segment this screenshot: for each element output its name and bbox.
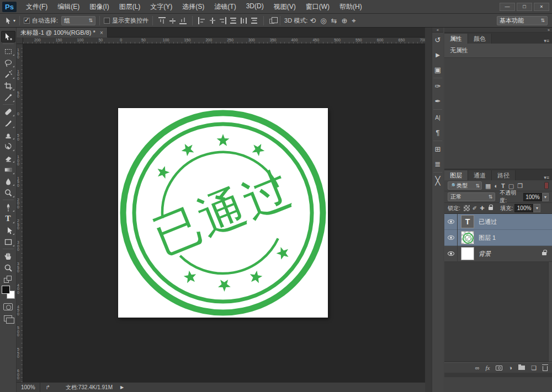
align-right-edges-icon[interactable] xyxy=(219,17,226,24)
filter-smart-objects-icon[interactable]: ❐ xyxy=(517,182,523,189)
dodge-tool[interactable] xyxy=(1,187,15,198)
tab-color[interactable]: 颜色 xyxy=(468,34,492,44)
blur-tool[interactable] xyxy=(1,175,15,187)
eraser-tool[interactable] xyxy=(1,152,15,164)
3d-pan-icon[interactable]: ⇆ xyxy=(331,17,337,24)
type-tool[interactable]: T xyxy=(1,213,15,224)
character-panel-icon[interactable]: A| xyxy=(432,110,443,125)
close-button[interactable]: × xyxy=(534,3,549,11)
menubar-item-7[interactable]: 滤镜(T) xyxy=(209,2,241,12)
lock-transparency-icon[interactable] xyxy=(464,205,470,211)
brush-tool[interactable] xyxy=(1,117,15,129)
3d-scale-icon[interactable]: ⌖ xyxy=(352,17,355,24)
visibility-cell[interactable] xyxy=(444,214,458,230)
auto-align-layers-icon[interactable] xyxy=(269,19,274,24)
menubar-item-11[interactable]: 帮助(H) xyxy=(335,2,367,12)
menubar-item-1[interactable]: 文件(F) xyxy=(21,2,52,12)
tool-preset-picker[interactable]: ▾ xyxy=(4,17,15,24)
fill-value[interactable]: 100% xyxy=(514,204,533,212)
actions-panel-icon[interactable]: ▶ xyxy=(432,47,443,62)
brush-presets-panel-icon[interactable]: ✒ xyxy=(432,94,443,109)
image-layer-thumbnail[interactable] xyxy=(461,231,474,244)
layer-name[interactable]: 图层 1 xyxy=(479,234,552,242)
paragraph-styles-panel-icon[interactable]: ≣ xyxy=(432,157,443,171)
crop-tool[interactable] xyxy=(1,80,15,92)
minimize-button[interactable]: — xyxy=(500,3,515,11)
zoom-level-field[interactable]: 100% xyxy=(17,383,40,392)
3d-slide-icon[interactable]: ⊕ xyxy=(341,17,347,24)
dock-collapse-icon[interactable]: « xyxy=(432,28,443,33)
menubar-item-3[interactable]: 图像(I) xyxy=(84,2,114,12)
filter-type-dropdown[interactable]: 🔎 类型 ⇅ xyxy=(448,181,482,190)
tool-presets-panel-icon[interactable]: ╳ xyxy=(432,173,443,188)
layer-row-text[interactable]: T 已通过 xyxy=(444,214,552,230)
panel-menu-icon[interactable]: ▾≡ xyxy=(544,38,549,44)
menubar-item-9[interactable]: 视图(V) xyxy=(269,2,301,12)
swap-colors-icon[interactable] xyxy=(4,276,13,282)
clone-stamp-tool[interactable] xyxy=(1,129,15,141)
tab-paths[interactable]: 路径 xyxy=(492,170,516,180)
text-layer-thumbnail[interactable]: T xyxy=(461,215,474,228)
layer-row-image[interactable]: 图层 1 xyxy=(444,230,552,246)
path-selection-tool[interactable] xyxy=(1,224,15,236)
tab-properties[interactable]: 属性 xyxy=(444,34,468,44)
align-top-edges-icon[interactable] xyxy=(158,17,166,24)
distribute-top-edges-icon[interactable] xyxy=(230,17,237,24)
dock-expand-icon[interactable]: » xyxy=(444,28,552,33)
filter-type-layers-icon[interactable]: T xyxy=(501,182,505,189)
tab-layers[interactable]: 图层 xyxy=(444,170,468,180)
blend-mode-dropdown[interactable]: 正常 ⇅ xyxy=(448,192,495,201)
3d-roll-icon[interactable]: ◎ xyxy=(320,17,326,24)
spot-healing-brush-tool[interactable] xyxy=(1,106,15,117)
opacity-dropdown-button[interactable]: ▼ xyxy=(542,193,549,201)
menubar-item-4[interactable]: 图层(L) xyxy=(114,2,146,12)
quick-mask-button[interactable] xyxy=(3,303,13,310)
show-transform-checkbox[interactable] xyxy=(104,18,110,24)
background-layer-thumbnail[interactable] xyxy=(461,247,474,260)
screen-mode-button[interactable] xyxy=(4,315,12,321)
align-horizontal-centers-icon[interactable] xyxy=(209,17,216,24)
pen-tool[interactable] xyxy=(1,201,15,213)
canvas[interactable]: 已通过 xyxy=(118,108,328,318)
menubar-item-6[interactable]: 选择(S) xyxy=(177,2,209,12)
status-flyout-icon[interactable]: ▶ xyxy=(120,385,124,390)
layer-style-icon[interactable]: fx xyxy=(486,364,490,371)
paragraph-panel-icon[interactable]: ¶ xyxy=(432,125,443,140)
quick-selection-tool[interactable] xyxy=(1,68,15,80)
eyedropper-tool[interactable] xyxy=(1,92,15,103)
lock-paint-icon[interactable]: ✐ xyxy=(473,205,477,211)
panel-menu-icon[interactable]: ▾≡ xyxy=(544,175,549,180)
filter-adjustment-layers-icon[interactable]: ◐ xyxy=(494,182,498,189)
lasso-tool[interactable] xyxy=(1,57,15,68)
hand-tool[interactable] xyxy=(1,250,15,262)
layer-row-background[interactable]: 背景 xyxy=(444,246,552,262)
align-bottom-edges-icon[interactable] xyxy=(179,17,187,24)
lock-all-icon[interactable] xyxy=(489,207,493,210)
rectangular-marquee-tool[interactable] xyxy=(1,45,15,57)
foreground-color-swatch[interactable] xyxy=(2,286,10,294)
opacity-value[interactable]: 100% xyxy=(523,193,542,201)
new-group-icon[interactable] xyxy=(518,366,525,370)
workspace-switcher[interactable]: 基本功能 ⇅ xyxy=(497,16,548,25)
menubar-item-8[interactable]: 3D(D) xyxy=(241,2,269,12)
auto-select-checkbox[interactable] xyxy=(24,18,30,24)
shape-tool[interactable] xyxy=(1,236,15,248)
adjustment-layer-icon[interactable]: ◑ xyxy=(508,364,512,371)
color-swatches[interactable] xyxy=(2,286,15,299)
layer-name[interactable]: 已通过 xyxy=(479,218,552,226)
menubar-item-10[interactable]: 窗口(W) xyxy=(301,2,335,12)
brush-panel-icon[interactable]: ✑ xyxy=(432,79,443,94)
menubar-item-2[interactable]: 编辑(E) xyxy=(52,2,84,12)
align-left-edges-icon[interactable] xyxy=(198,17,205,24)
document-tab[interactable]: 未标题-1 @ 100%(RGB/8) * × xyxy=(17,28,108,37)
auto-select-dropdown[interactable]: 组 ⇅ xyxy=(61,16,95,25)
tab-close-icon[interactable]: × xyxy=(100,30,103,36)
layer-name[interactable]: 背景 xyxy=(479,250,542,258)
delete-layer-icon[interactable] xyxy=(543,366,548,371)
distribute-bottom-edges-icon[interactable] xyxy=(251,17,258,24)
filter-pixel-layers-icon[interactable]: ▦ xyxy=(485,182,491,189)
lock-move-icon[interactable]: ✚ xyxy=(480,205,484,211)
move-tool[interactable] xyxy=(1,31,15,42)
gradient-tool[interactable] xyxy=(1,164,15,175)
character-styles-panel-icon[interactable]: ⊞ xyxy=(432,142,443,157)
